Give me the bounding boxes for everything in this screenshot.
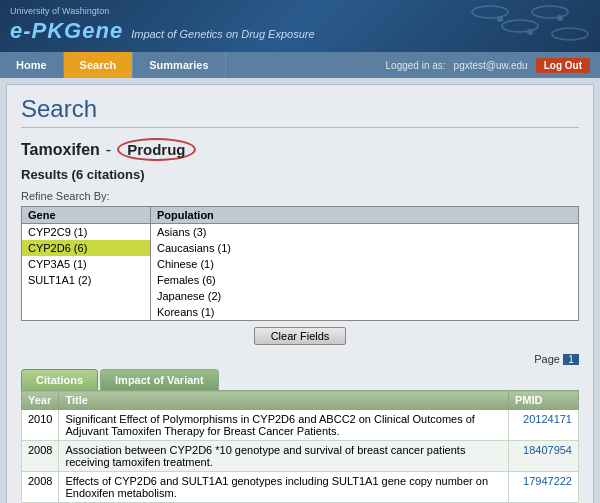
svg-point-2 bbox=[532, 6, 568, 18]
user-email: pgxtest@uw.edu bbox=[454, 60, 528, 71]
pmid-link[interactable]: 18407954 bbox=[523, 444, 572, 456]
svg-point-1 bbox=[502, 20, 538, 32]
refine-label: Refine Search By: bbox=[21, 190, 579, 202]
drug-separator: - bbox=[106, 141, 111, 159]
pop-item-1[interactable]: Caucasians (1) bbox=[151, 240, 578, 256]
pop-item-2[interactable]: Chinese (1) bbox=[151, 256, 578, 272]
cell-title: Effects of CYP2D6 and SULT1A1 genotypes … bbox=[59, 472, 509, 503]
col-pmid: PMID bbox=[509, 391, 579, 410]
pmid-link[interactable]: 20124171 bbox=[523, 413, 572, 425]
results-table: Year Title PMID 2010Significant Effect o… bbox=[21, 390, 579, 503]
clear-fields-button[interactable]: Clear Fields bbox=[254, 327, 347, 345]
nav-search[interactable]: Search bbox=[64, 52, 134, 78]
gene-item-2[interactable]: CYP3A5 (1) bbox=[22, 256, 150, 272]
svg-point-5 bbox=[527, 29, 533, 35]
app-subtitle: Impact of Genetics on Drug Exposure bbox=[131, 28, 314, 40]
gene-filter-table: Gene CYP2C9 (1) CYP2D6 (6) CYP3A5 (1) SU… bbox=[21, 206, 151, 321]
app-title: e-PKGene bbox=[10, 18, 123, 44]
table-row: 2010Significant Effect of Polymorphisms … bbox=[22, 410, 579, 441]
results-count: Results (6 citations) bbox=[21, 167, 579, 182]
cell-year: 2008 bbox=[22, 472, 59, 503]
pmid-link[interactable]: 17947222 bbox=[523, 475, 572, 487]
col-year: Year bbox=[22, 391, 59, 410]
drug-type-badge: Prodrug bbox=[117, 138, 195, 161]
gene-item-0[interactable]: CYP2C9 (1) bbox=[22, 224, 150, 240]
gene-filter-header: Gene bbox=[22, 207, 150, 224]
pop-item-0[interactable]: Asians (3) bbox=[151, 224, 578, 240]
col-title: Title bbox=[59, 391, 509, 410]
cell-title: Association between CYP2D6 *10 genotype … bbox=[59, 441, 509, 472]
nav-home[interactable]: Home bbox=[0, 52, 64, 78]
page-number: 1 bbox=[563, 354, 579, 365]
pop-item-5[interactable]: Koreans (1) bbox=[151, 304, 578, 320]
cell-pmid: 18407954 bbox=[509, 441, 579, 472]
svg-point-3 bbox=[552, 28, 588, 40]
pop-filter-body: Asians (3) Caucasians (1) Chinese (1) Fe… bbox=[151, 224, 578, 320]
table-row: 2008Effects of CYP2D6 and SULT1A1 genoty… bbox=[22, 472, 579, 503]
cell-pmid: 17947222 bbox=[509, 472, 579, 503]
tab-impact[interactable]: Impact of Variant bbox=[100, 369, 219, 390]
population-filter-table: Population Asians (3) Caucasians (1) Chi… bbox=[151, 206, 579, 321]
cell-title: Significant Effect of Polymorphisms in C… bbox=[59, 410, 509, 441]
gene-item-3[interactable]: SULT1A1 (2) bbox=[22, 272, 150, 288]
drug-name: Tamoxifen bbox=[21, 141, 100, 159]
main-content: Search Tamoxifen - Prodrug Results (6 ci… bbox=[6, 84, 594, 503]
svg-point-6 bbox=[557, 15, 563, 21]
cell-year: 2008 bbox=[22, 441, 59, 472]
page-heading: Search bbox=[21, 95, 579, 128]
gene-item-1[interactable]: CYP2D6 (6) bbox=[22, 240, 150, 256]
pop-filter-header: Population bbox=[151, 207, 578, 224]
tab-citations[interactable]: Citations bbox=[21, 369, 98, 390]
table-row: 2008Association between CYP2D6 *10 genot… bbox=[22, 441, 579, 472]
top-header: University of Washington e-PKGene Impact… bbox=[0, 0, 600, 52]
nav-summaries[interactable]: Summaries bbox=[133, 52, 225, 78]
gene-filter-body: CYP2C9 (1) CYP2D6 (6) CYP3A5 (1) SULT1A1… bbox=[22, 224, 150, 288]
nav-bar: Home Search Summaries Logged in as: pgxt… bbox=[0, 52, 600, 78]
pop-item-3[interactable]: Females (6) bbox=[151, 272, 578, 288]
svg-point-0 bbox=[472, 6, 508, 18]
svg-point-4 bbox=[497, 16, 503, 22]
logout-button[interactable]: Log Out bbox=[536, 58, 590, 73]
cell-year: 2010 bbox=[22, 410, 59, 441]
page-indicator: Page 1 bbox=[21, 353, 579, 365]
dna-graphic bbox=[470, 4, 590, 48]
logged-in-label: Logged in as: bbox=[386, 60, 446, 71]
pop-item-4[interactable]: Japanese (2) bbox=[151, 288, 578, 304]
tabs-row: Citations Impact of Variant bbox=[21, 369, 579, 390]
cell-pmid: 20124171 bbox=[509, 410, 579, 441]
